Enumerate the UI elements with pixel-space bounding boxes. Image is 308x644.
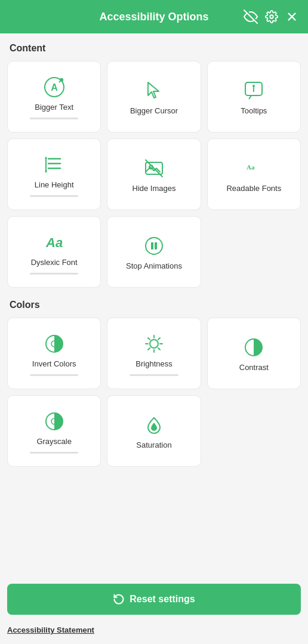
invert-colors-card[interactable]: Invert Colors: [7, 318, 101, 389]
contrast-card[interactable]: Contrast: [207, 318, 301, 389]
line-height-card[interactable]: Line Height: [7, 138, 101, 210]
contrast-icon: [243, 337, 264, 358]
invert-colors-icon: [44, 333, 65, 355]
line-height-icon: [44, 154, 65, 175]
dyslexic-font-bar: [30, 273, 78, 275]
grayscale-icon: [44, 411, 65, 432]
hide-images-icon: [143, 158, 165, 179]
content-section-label: Content: [7, 43, 301, 54]
reset-section: Reset settings: [0, 577, 308, 620]
eye-slash-icon[interactable]: [244, 10, 258, 24]
brightness-label: Brightness: [135, 359, 172, 369]
svg-rect-26: [151, 242, 153, 249]
brightness-bar: [130, 374, 178, 376]
hide-images-card[interactable]: Hide Images: [107, 138, 201, 210]
header-icons: [244, 10, 298, 24]
hide-images-label: Hide Images: [133, 184, 176, 194]
accessibility-statement-link[interactable]: Accessibility Statement: [0, 620, 308, 644]
saturation-card[interactable]: Saturation: [107, 395, 201, 467]
dyslexic-font-card[interactable]: Aa Dyslexic Font: [7, 216, 101, 288]
saturation-icon: [143, 414, 165, 436]
close-icon[interactable]: [285, 10, 298, 24]
readable-fonts-icon: Aa: [243, 158, 264, 179]
dyslexic-font-icon: Aa: [44, 232, 65, 253]
brightness-icon: [143, 333, 165, 355]
svg-rect-27: [155, 242, 157, 249]
saturation-label: Saturation: [136, 440, 171, 451]
grayscale-bar: [30, 452, 78, 454]
settings-icon[interactable]: [265, 10, 278, 24]
svg-line-38: [148, 348, 150, 350]
contrast-label: Contrast: [239, 363, 269, 373]
tooltips-label: Tooltips: [241, 106, 267, 116]
grayscale-label: Grayscale: [36, 437, 72, 447]
colors-section-label: Colors: [7, 300, 301, 310]
stop-animations-card[interactable]: Stop Animations: [107, 216, 201, 288]
reset-icon: [113, 593, 125, 605]
bigger-text-bar: [30, 118, 78, 119]
tooltips-card[interactable]: i Tooltips: [207, 61, 301, 133]
tooltips-icon: i: [243, 80, 264, 101]
bigger-cursor-label: Bigger Cursor: [130, 106, 178, 116]
grayscale-card[interactable]: Grayscale: [7, 395, 101, 467]
svg-text:Aa: Aa: [45, 235, 63, 250]
invert-colors-label: Invert Colors: [32, 359, 76, 369]
line-height-label: Line Height: [35, 180, 74, 190]
bigger-cursor-card[interactable]: Bigger Cursor: [107, 61, 201, 133]
svg-line-35: [148, 338, 150, 340]
content-grid: A Bigger Text Bigger Cursor: [7, 61, 301, 288]
stop-animations-label: Stop Animations: [126, 261, 182, 272]
bigger-text-card[interactable]: A Bigger Text: [7, 61, 101, 133]
main-content: Content A Bigger Text: [0, 33, 308, 577]
line-height-bar: [30, 195, 78, 197]
app-header: Accessibility Options: [0, 0, 308, 33]
svg-marker-19: [45, 171, 47, 173]
bigger-text-label: Bigger Text: [35, 103, 73, 113]
svg-marker-18: [45, 156, 47, 159]
brightness-card[interactable]: Brightness: [107, 318, 201, 389]
svg-marker-9: [148, 82, 159, 98]
svg-point-1: [270, 15, 273, 19]
colors-grid: Invert Colors Brightness: [7, 318, 301, 467]
svg-text:A: A: [51, 82, 58, 93]
bigger-text-icon: A: [44, 76, 65, 98]
invert-colors-bar: [30, 374, 78, 376]
dyslexic-font-label: Dyslexic Font: [31, 258, 78, 268]
readable-fonts-label: Readable Fonts: [226, 184, 281, 194]
svg-line-36: [158, 348, 160, 350]
reset-settings-button[interactable]: Reset settings: [7, 584, 301, 615]
svg-line-37: [158, 338, 160, 340]
svg-text:Aa: Aa: [247, 164, 255, 171]
bigger-cursor-icon: [143, 80, 165, 101]
reset-button-label: Reset settings: [130, 594, 195, 605]
stop-animations-icon: [143, 235, 165, 257]
svg-point-13: [252, 85, 255, 87]
svg-point-25: [146, 238, 162, 254]
svg-point-30: [150, 340, 158, 348]
readable-fonts-card[interactable]: Aa Readable Fonts: [207, 138, 301, 210]
